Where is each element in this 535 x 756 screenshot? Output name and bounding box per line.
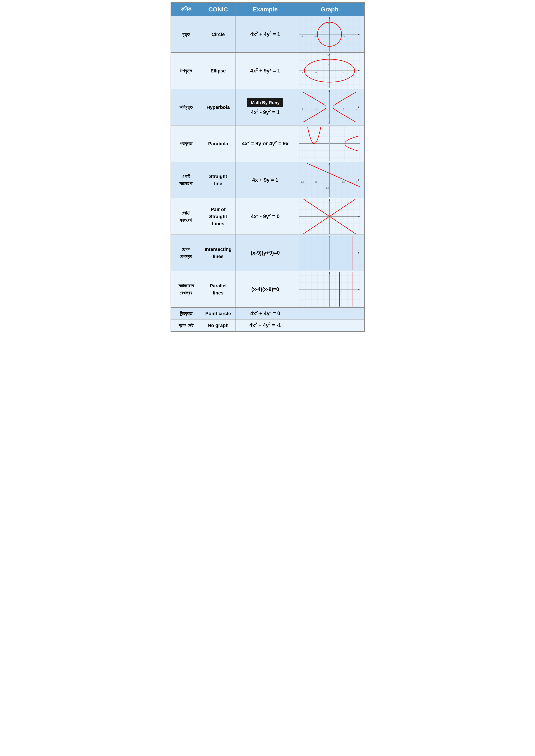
bangla-name: গ্রাফ নেই (171, 319, 201, 331)
table-row: ছেদকরেখাদ্বয়Intersectinglines(x-9)(y+9)… (171, 235, 364, 271)
conic-name: Intersectinglines (201, 235, 236, 271)
example-cell: 4x2 + 4y2 = 0 (235, 308, 295, 319)
bangla-name: ছেদকরেখাদ্বয় (171, 235, 201, 271)
table-row: বিন্দুবৃত্তPoint circle4x2 + 4y2 = 0 (171, 308, 364, 319)
header-konik: কনিক (171, 3, 201, 16)
graph-canvas (299, 236, 360, 270)
table-row: একটিসরলরেখাStraightline4x + 9y = 1 (171, 162, 364, 198)
bangla-name: অধিবৃত্ত (171, 89, 201, 125)
graph-cell (295, 89, 364, 125)
graph-cell (295, 162, 364, 198)
graph-canvas (299, 163, 360, 197)
graph-canvas (299, 90, 360, 124)
header-row: কনিক CONIC Example Graph (171, 3, 364, 16)
bangla-name: উপবৃত্ত (171, 53, 201, 89)
graph-cell (295, 16, 364, 53)
conic-name: Straightline (201, 162, 236, 198)
bangla-name: জোড়াসরলরেখা (171, 198, 201, 235)
bangla-name: বৃত্ত (171, 16, 201, 53)
watermark: Math By Rony (247, 98, 283, 107)
conic-name: Parabola (201, 125, 236, 162)
table-row: গ্রাফ নেইNo graph4x2 + 4y2 = -1 (171, 319, 364, 331)
bangla-name: বিন্দুবৃত্ত (171, 308, 201, 319)
conic-name: Circle (201, 16, 236, 53)
header-graph: Graph (295, 3, 364, 16)
example-cell: 4x2 + 4y2 = 1 (235, 16, 295, 53)
header-conic: CONIC (201, 3, 236, 16)
example-cell: (x-9)(y+9)=0 (235, 235, 295, 271)
table-row: অধিবৃত্তHyperbolaMath By Rony4x2 - 9y2 =… (171, 89, 364, 125)
graph-cell (295, 308, 364, 319)
conic-name: Point circle (201, 308, 236, 319)
table-row: উপবৃত্তEllipse4x2 + 9y2 = 1 (171, 53, 364, 89)
example-cell: Math By Rony4x2 - 9y2 = 1 (235, 89, 295, 125)
example-cell: 4x2 - 9y2 = 0 (235, 198, 295, 235)
bangla-name: পরাবৃত্ত (171, 125, 201, 162)
graph-canvas (299, 126, 360, 161)
conic-name: No graph (201, 319, 236, 331)
conic-name: Hyperbola (201, 89, 236, 125)
graph-cell (295, 53, 364, 89)
table-row: জোড়াসরলরেখাPair ofStraightLines4x2 - 9y… (171, 198, 364, 235)
graph-cell (295, 125, 364, 162)
table-row: বৃত্তCircle4x2 + 4y2 = 1 (171, 16, 364, 53)
table-row: পরাবৃত্তParabola4x2 = 9y or 4y2 = 9x (171, 125, 364, 162)
conic-name: Ellipse (201, 53, 236, 89)
graph-cell (295, 198, 364, 235)
main-table-container: কনিক CONIC Example Graph বৃত্তCircle4x2 … (171, 2, 365, 332)
conic-name: Parallellines (201, 271, 236, 308)
example-cell: 4x + 9y = 1 (235, 162, 295, 198)
graph-canvas (299, 199, 360, 234)
graph-canvas (299, 17, 360, 51)
header-example: Example (235, 3, 295, 16)
table-row: সমান্তরালরেখাদ্বয়Parallellines(x-4)(x-9… (171, 271, 364, 308)
table-body: বৃত্তCircle4x2 + 4y2 = 1উপবৃত্তEllipse4x… (171, 16, 364, 332)
conic-name: Pair ofStraightLines (201, 198, 236, 235)
example-cell: (x-4)(x-9)=0 (235, 271, 295, 308)
example-cell: 4x2 + 4y2 = -1 (235, 319, 295, 331)
example-cell: 4x2 + 9y2 = 1 (235, 53, 295, 89)
example-cell: 4x2 = 9y or 4y2 = 9x (235, 125, 295, 162)
bangla-name: সমান্তরালরেখাদ্বয় (171, 271, 201, 308)
graph-cell (295, 235, 364, 271)
graph-cell (295, 319, 364, 331)
conic-table: কনিক CONIC Example Graph বৃত্তCircle4x2 … (171, 3, 364, 332)
graph-canvas (299, 272, 360, 307)
graph-canvas (299, 53, 360, 88)
graph-cell (295, 271, 364, 308)
bangla-name: একটিসরলরেখা (171, 162, 201, 198)
